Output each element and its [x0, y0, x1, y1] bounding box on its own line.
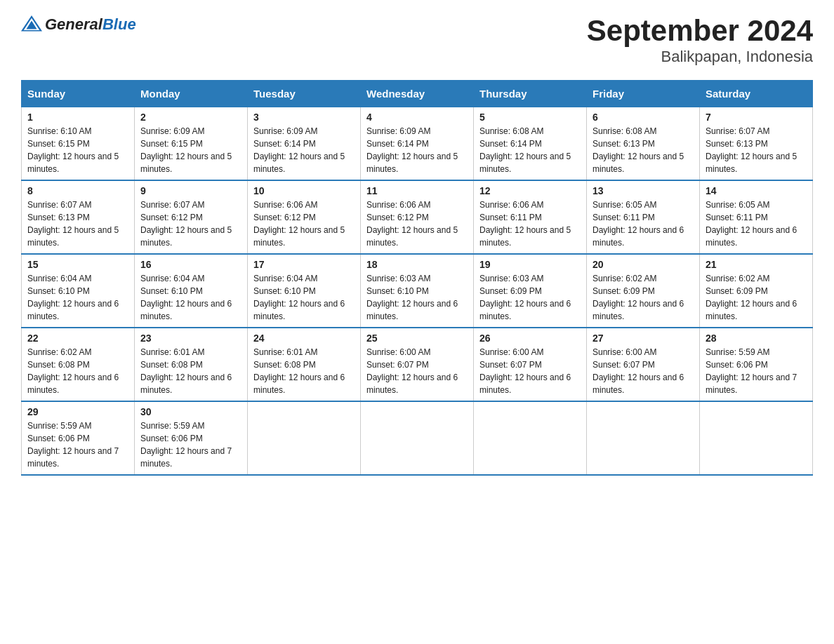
- day-number: 26: [479, 333, 581, 344]
- day-info: Sunrise: 6:07 AM Sunset: 6:13 PM Dayligh…: [706, 125, 807, 175]
- day-info: Sunrise: 6:04 AM Sunset: 6:10 PM Dayligh…: [140, 272, 241, 323]
- day-info: Sunrise: 6:01 AM Sunset: 6:08 PM Dayligh…: [140, 346, 241, 396]
- day-number: 12: [479, 185, 581, 196]
- logo-icon: [21, 14, 42, 35]
- day-number: 17: [253, 259, 355, 270]
- day-info: Sunrise: 6:00 AM Sunset: 6:07 PM Dayligh…: [593, 346, 694, 396]
- header-monday: Monday: [135, 81, 248, 107]
- calendar-week-row: 1 Sunrise: 6:10 AM Sunset: 6:15 PM Dayli…: [22, 107, 813, 181]
- day-number: 23: [140, 333, 241, 344]
- day-info: Sunrise: 6:02 AM Sunset: 6:09 PM Dayligh…: [706, 272, 807, 323]
- day-info: Sunrise: 6:06 AM Sunset: 6:12 PM Dayligh…: [366, 199, 468, 249]
- calendar-cell: 19 Sunrise: 6:03 AM Sunset: 6:09 PM Dayl…: [474, 254, 587, 328]
- day-number: 13: [593, 185, 694, 196]
- day-number: 2: [140, 112, 241, 123]
- calendar-cell: 26 Sunrise: 6:00 AM Sunset: 6:07 PM Dayl…: [474, 328, 587, 401]
- day-info: Sunrise: 6:09 AM Sunset: 6:14 PM Dayligh…: [253, 125, 355, 175]
- calendar-cell: 6 Sunrise: 6:08 AM Sunset: 6:13 PM Dayli…: [587, 107, 700, 181]
- day-info: Sunrise: 6:04 AM Sunset: 6:10 PM Dayligh…: [253, 272, 355, 323]
- calendar-cell: 14 Sunrise: 6:05 AM Sunset: 6:11 PM Dayl…: [700, 180, 813, 254]
- calendar-header-row: SundayMondayTuesdayWednesdayThursdayFrid…: [22, 81, 813, 107]
- day-info: Sunrise: 6:07 AM Sunset: 6:12 PM Dayligh…: [140, 199, 241, 249]
- day-number: 20: [593, 259, 694, 270]
- calendar-cell: 24 Sunrise: 6:01 AM Sunset: 6:08 PM Dayl…: [248, 328, 361, 401]
- day-number: 18: [366, 259, 468, 270]
- calendar-cell: 20 Sunrise: 6:02 AM Sunset: 6:09 PM Dayl…: [587, 254, 700, 328]
- calendar-cell: [700, 401, 813, 475]
- day-number: 29: [27, 406, 128, 417]
- calendar-cell: 5 Sunrise: 6:08 AM Sunset: 6:14 PM Dayli…: [474, 107, 587, 181]
- calendar-cell: 1 Sunrise: 6:10 AM Sunset: 6:15 PM Dayli…: [22, 107, 135, 181]
- calendar-cell: 21 Sunrise: 6:02 AM Sunset: 6:09 PM Dayl…: [700, 254, 813, 328]
- page-title: September 2024: [587, 14, 813, 48]
- calendar-cell: 25 Sunrise: 6:00 AM Sunset: 6:07 PM Dayl…: [361, 328, 474, 401]
- calendar-cell: [474, 401, 587, 475]
- day-number: 5: [479, 112, 581, 123]
- logo-blue-text: Blue: [102, 15, 136, 33]
- header-saturday: Saturday: [700, 81, 813, 107]
- day-info: Sunrise: 6:09 AM Sunset: 6:14 PM Dayligh…: [366, 125, 468, 175]
- calendar-cell: 4 Sunrise: 6:09 AM Sunset: 6:14 PM Dayli…: [361, 107, 474, 181]
- calendar-cell: 11 Sunrise: 6:06 AM Sunset: 6:12 PM Dayl…: [361, 180, 474, 254]
- day-info: Sunrise: 6:08 AM Sunset: 6:13 PM Dayligh…: [593, 125, 694, 175]
- day-info: Sunrise: 6:02 AM Sunset: 6:09 PM Dayligh…: [593, 272, 694, 323]
- day-number: 24: [253, 333, 355, 344]
- day-info: Sunrise: 6:05 AM Sunset: 6:11 PM Dayligh…: [593, 199, 694, 249]
- day-info: Sunrise: 6:08 AM Sunset: 6:14 PM Dayligh…: [479, 125, 581, 175]
- header-tuesday: Tuesday: [248, 81, 361, 107]
- day-info: Sunrise: 6:03 AM Sunset: 6:10 PM Dayligh…: [366, 272, 468, 323]
- day-info: Sunrise: 6:01 AM Sunset: 6:08 PM Dayligh…: [253, 346, 355, 396]
- day-number: 1: [27, 112, 128, 123]
- day-number: 16: [140, 259, 241, 270]
- title-section: September 2024 Balikpapan, Indonesia: [587, 14, 813, 66]
- calendar-week-row: 22 Sunrise: 6:02 AM Sunset: 6:08 PM Dayl…: [22, 328, 813, 401]
- day-number: 4: [366, 112, 468, 123]
- day-info: Sunrise: 6:09 AM Sunset: 6:15 PM Dayligh…: [140, 125, 241, 175]
- day-info: Sunrise: 6:05 AM Sunset: 6:11 PM Dayligh…: [706, 199, 807, 249]
- day-info: Sunrise: 6:06 AM Sunset: 6:11 PM Dayligh…: [479, 199, 581, 249]
- calendar-cell: 28 Sunrise: 5:59 AM Sunset: 6:06 PM Dayl…: [700, 328, 813, 401]
- day-number: 11: [366, 185, 468, 196]
- calendar-cell: [248, 401, 361, 475]
- calendar-cell: 30 Sunrise: 5:59 AM Sunset: 6:06 PM Dayl…: [135, 401, 248, 475]
- calendar-cell: 16 Sunrise: 6:04 AM Sunset: 6:10 PM Dayl…: [135, 254, 248, 328]
- calendar-table: SundayMondayTuesdayWednesdayThursdayFrid…: [21, 80, 813, 476]
- day-number: 8: [27, 185, 128, 196]
- header-sunday: Sunday: [22, 81, 135, 107]
- calendar-cell: 18 Sunrise: 6:03 AM Sunset: 6:10 PM Dayl…: [361, 254, 474, 328]
- calendar-cell: [587, 401, 700, 475]
- day-number: 14: [706, 185, 807, 196]
- calendar-cell: 13 Sunrise: 6:05 AM Sunset: 6:11 PM Dayl…: [587, 180, 700, 254]
- logo-general-text: General: [45, 15, 102, 33]
- day-number: 27: [593, 333, 694, 344]
- calendar-cell: 22 Sunrise: 6:02 AM Sunset: 6:08 PM Dayl…: [22, 328, 135, 401]
- calendar-cell: [361, 401, 474, 475]
- day-number: 19: [479, 259, 581, 270]
- logo: GeneralBlue: [21, 14, 136, 35]
- calendar-cell: 10 Sunrise: 6:06 AM Sunset: 6:12 PM Dayl…: [248, 180, 361, 254]
- calendar-week-row: 8 Sunrise: 6:07 AM Sunset: 6:13 PM Dayli…: [22, 180, 813, 254]
- header-wednesday: Wednesday: [361, 81, 474, 107]
- day-number: 22: [27, 333, 128, 344]
- day-number: 10: [253, 185, 355, 196]
- day-number: 6: [593, 112, 694, 123]
- day-number: 28: [706, 333, 807, 344]
- day-info: Sunrise: 6:10 AM Sunset: 6:15 PM Dayligh…: [27, 125, 128, 175]
- day-info: Sunrise: 6:00 AM Sunset: 6:07 PM Dayligh…: [366, 346, 468, 396]
- calendar-cell: 2 Sunrise: 6:09 AM Sunset: 6:15 PM Dayli…: [135, 107, 248, 181]
- page-subtitle: Balikpapan, Indonesia: [587, 48, 813, 66]
- day-number: 15: [27, 259, 128, 270]
- calendar-cell: 27 Sunrise: 6:00 AM Sunset: 6:07 PM Dayl…: [587, 328, 700, 401]
- day-number: 30: [140, 406, 241, 417]
- calendar-cell: 15 Sunrise: 6:04 AM Sunset: 6:10 PM Dayl…: [22, 254, 135, 328]
- calendar-cell: 8 Sunrise: 6:07 AM Sunset: 6:13 PM Dayli…: [22, 180, 135, 254]
- day-number: 21: [706, 259, 807, 270]
- day-info: Sunrise: 5:59 AM Sunset: 6:06 PM Dayligh…: [27, 420, 128, 470]
- calendar-cell: 7 Sunrise: 6:07 AM Sunset: 6:13 PM Dayli…: [700, 107, 813, 181]
- day-info: Sunrise: 6:03 AM Sunset: 6:09 PM Dayligh…: [479, 272, 581, 323]
- page-header: GeneralBlue September 2024 Balikpapan, I…: [21, 14, 813, 66]
- header-friday: Friday: [587, 81, 700, 107]
- calendar-week-row: 29 Sunrise: 5:59 AM Sunset: 6:06 PM Dayl…: [22, 401, 813, 475]
- day-info: Sunrise: 6:02 AM Sunset: 6:08 PM Dayligh…: [27, 346, 128, 396]
- day-info: Sunrise: 6:07 AM Sunset: 6:13 PM Dayligh…: [27, 199, 128, 249]
